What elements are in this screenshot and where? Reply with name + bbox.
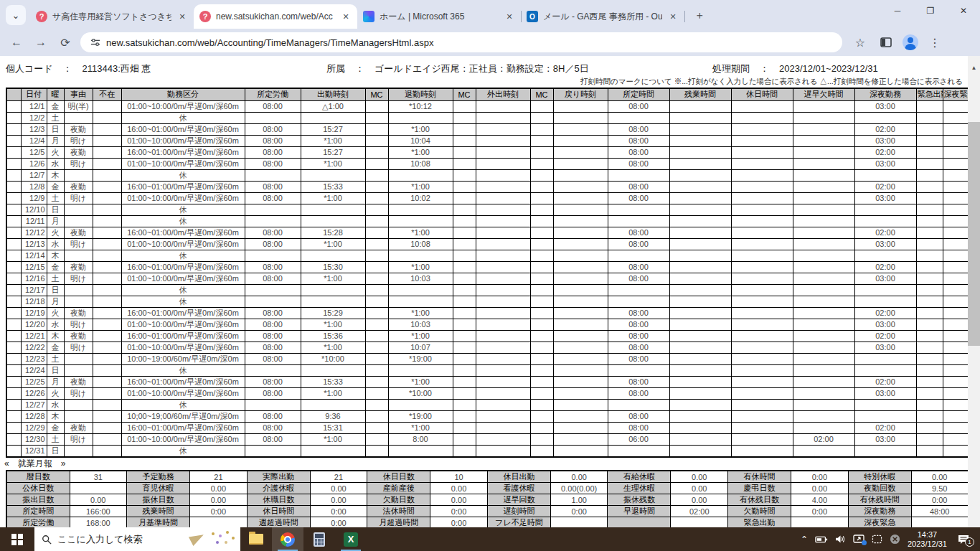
att-row-29: 12/29金夜勤16:00~01:00/0m/早遅0m/深60m08:0015:… (6, 422, 969, 433)
att-cell (553, 273, 608, 284)
taskbar-calculator[interactable] (303, 527, 335, 551)
att-cell (553, 192, 608, 204)
summary-label: 有給休暇 (608, 471, 671, 483)
tab-close-icon[interactable]: ✕ (504, 11, 515, 22)
browser-tab-4[interactable]: Oメール - GA西尾 事務所用 - Outl✕ (521, 4, 684, 29)
summary-row-4: 所定時間166:00残業時間0:00休日時間0:00法休時間0:00遅刻時間0:… (6, 506, 969, 517)
minimize-button[interactable]: ─ (881, 0, 914, 22)
att-cell: 08:00 (245, 273, 301, 284)
tab-search-button[interactable]: ⌄ (6, 5, 26, 25)
taskbar-chrome[interactable] (272, 527, 303, 551)
att-cell (943, 376, 969, 387)
att-cell (93, 296, 121, 307)
att-cell (731, 100, 793, 112)
search-highlight-image[interactable] (183, 529, 237, 550)
att-header-17: 遅早欠時間 (793, 88, 854, 100)
att-cell: *1:00 (388, 307, 453, 319)
att-cell: 08:00 (608, 376, 669, 387)
att-cell: 12/3 (21, 123, 47, 135)
summary-row-5: 所定労働168:00月基準時間週超過時間0:00月超過時間0:00フレ不足時間緊… (6, 517, 969, 528)
att-cell (793, 445, 854, 457)
att-cell: 15:27 (301, 123, 365, 135)
att-cell: 12/22 (21, 342, 47, 353)
hidden-icons-button[interactable]: ⌃ (801, 534, 808, 545)
display-share-icon[interactable] (853, 534, 864, 544)
forward-button[interactable]: → (32, 33, 50, 52)
profile-avatar[interactable] (903, 34, 918, 50)
att-cell (530, 261, 553, 273)
taskbar-clock[interactable]: 14:37 2023/12/31 (908, 530, 947, 549)
side-panel-button[interactable] (877, 33, 895, 52)
att-cell: 08:00 (608, 100, 669, 112)
att-cell: 08:00 (245, 433, 301, 445)
bookmark-button[interactable]: ☆ (851, 33, 870, 52)
browser-tab-2[interactable]: ?new.satsukichan.com/web/Acc✕ (194, 4, 357, 29)
notification-center-button[interactable]: 1 (954, 534, 973, 545)
att-cell (854, 399, 916, 410)
tab-title: サ高住専用経営ソフトさつきちゃん (52, 11, 171, 23)
att-cell (6, 399, 21, 410)
att-cell: 16:00~01:00/0m/早遅0m/深60m (121, 227, 245, 238)
att-cell (301, 215, 365, 227)
att-cell (453, 445, 476, 457)
att-cell (388, 250, 453, 261)
maximize-button[interactable]: ❐ (914, 0, 947, 22)
att-cell: 金 (47, 422, 64, 433)
tab-close-icon[interactable]: ✕ (340, 11, 352, 22)
summary-value: 0.00 (190, 483, 248, 494)
reload-button[interactable]: ⟳ (56, 33, 75, 52)
tab-title: メール - GA西尾 事務所用 - Outl (543, 11, 662, 23)
tab-close-icon[interactable]: ✕ (176, 11, 188, 22)
battery-icon[interactable] (815, 535, 828, 544)
taskbar-search[interactable]: ここに入力して検索 (34, 527, 240, 551)
att-cell (608, 169, 669, 181)
att-row-24: 12/24日休 (6, 364, 969, 376)
browser-tab-1[interactable]: ?サ高住専用経営ソフトさつきちゃん✕ (30, 4, 194, 29)
att-cell (943, 112, 969, 123)
summary-value (791, 517, 849, 528)
att-cell (365, 330, 388, 342)
att-cell (476, 353, 530, 364)
att-cell: 02:00 (793, 433, 854, 445)
att-cell: 12/29 (21, 422, 47, 433)
att-cell: 15:36 (301, 330, 365, 342)
browser-tab-3[interactable]: ホーム | Microsoft 365✕ (357, 4, 521, 29)
att-cell (6, 192, 21, 204)
start-button[interactable] (0, 527, 34, 551)
att-cell (731, 330, 793, 342)
att-cell: 01:00~10:00/0m/早遅0m/深60m (121, 319, 245, 330)
close-circle-icon[interactable] (890, 534, 900, 545)
browser-menu-button[interactable]: ⋮ (925, 33, 944, 52)
taskbar-excel[interactable]: X (335, 527, 367, 551)
vertical-scrollbar[interactable]: ▲ (968, 56, 980, 527)
att-cell (93, 158, 121, 169)
close-window-button[interactable]: ✕ (947, 0, 980, 22)
summary-value: 4.00 (791, 494, 849, 506)
att-cell: 12/19 (21, 307, 47, 319)
att-cell (530, 296, 553, 307)
address-bar[interactable]: new.satsukichan.com/web/Accounting/TimeM… (80, 32, 842, 52)
att-cell: 16:00~01:00/0m/早遅0m/深60m (121, 422, 245, 433)
att-row-11: 12/11月休 (6, 215, 969, 227)
att-cell (453, 433, 476, 445)
scroll-up-icon[interactable]: ▲ (968, 65, 980, 71)
att-row-4: 12/4月明け01:00~10:00/0m/早遅0m/深60m08:00*1:0… (6, 135, 969, 146)
new-tab-button[interactable]: ＋ (690, 6, 709, 24)
att-cell (731, 284, 793, 296)
att-cell: 土 (47, 112, 64, 123)
scrollbar-thumb[interactable] (968, 122, 980, 346)
site-info-icon[interactable] (90, 37, 100, 47)
back-button[interactable]: ← (7, 33, 26, 52)
att-cell: 土 (47, 433, 64, 445)
att-cell (6, 433, 21, 445)
clock-time: 14:37 (908, 530, 947, 540)
att-cell (608, 399, 669, 410)
att-cell: 12/9 (21, 192, 47, 204)
att-cell (553, 112, 608, 123)
tab-close-icon[interactable]: ✕ (667, 11, 679, 22)
taskbar-file-explorer[interactable] (240, 527, 272, 551)
att-cell (301, 296, 365, 307)
volume-icon[interactable] (835, 534, 846, 544)
att-cell (943, 353, 969, 364)
screen-clip-icon[interactable] (872, 534, 882, 544)
